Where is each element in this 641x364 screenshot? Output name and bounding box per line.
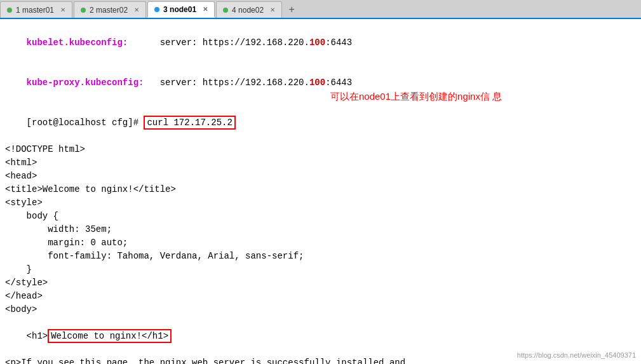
tab-close-1[interactable]: ✕ <box>60 6 65 13</box>
tab-master02[interactable]: 2 master02 ✕ <box>74 1 146 18</box>
terminal-line-13: } <box>5 263 636 276</box>
terminal-line-4: <!DOCTYPE html> <box>5 143 636 156</box>
terminal-line-15: </head> <box>5 290 636 303</box>
terminal-line-11: margin: 0 auto; <box>5 236 636 250</box>
tab-label-1: 1 master01 <box>16 6 54 15</box>
tab-label-2: 2 master02 <box>90 6 128 15</box>
tab-close-3[interactable]: ✕ <box>203 6 208 13</box>
tab-dot-3 <box>154 7 159 12</box>
tab-label-4: 4 node02 <box>232 6 264 15</box>
terminal-line-5: <html> <box>5 156 636 170</box>
tab-close-4[interactable]: ✕ <box>270 6 275 13</box>
terminal-line-14: </style> <box>5 276 636 290</box>
tab-bar: 1 master01 ✕ 2 master02 ✕ 3 node01 ✕ 4 n… <box>0 0 641 19</box>
annotation-text: 可以在node01上查看到创建的nginx信 息 <box>330 89 502 104</box>
terminal-content: kubelet.kubeconfig: server: https://192.… <box>0 19 641 364</box>
kube-proxy-label: kube-proxy.kubeconfig: <box>27 78 144 88</box>
terminal-line-1: kubelet.kubeconfig: server: https://192.… <box>5 23 636 63</box>
terminal-line-7: <title>Welcome to nginx!</title> <box>5 183 636 196</box>
kubelet-label: kubelet.kubeconfig: <box>27 37 128 48</box>
new-tab-button[interactable]: + <box>283 1 300 18</box>
terminal-line-12: font-family: Tahoma, Verdana, Arial, san… <box>5 250 636 263</box>
tab-dot-4 <box>223 8 228 13</box>
tab-dot-2 <box>81 8 86 13</box>
tab-node01[interactable]: 3 node01 ✕ <box>147 1 215 18</box>
terminal-line-8: <style> <box>5 196 636 210</box>
tab-node02[interactable]: 4 node02 ✕ <box>216 1 282 18</box>
terminal-line-10: width: 35em; <box>5 223 636 236</box>
terminal-line-9: body { <box>5 210 636 223</box>
tab-label-3: 3 node01 <box>163 5 196 14</box>
h1-highlight: Welcome to nginx!</h1> <box>48 329 172 343</box>
tab-master01[interactable]: 1 master01 ✕ <box>0 1 72 18</box>
terminal-line-2: kube-proxy.kubeconfig: server: https://1… <box>5 63 636 103</box>
terminal-line-3: [root@localhost cfg]# curl 172.17.25.2 <box>5 103 636 143</box>
terminal-line-6: <head> <box>5 170 636 183</box>
watermark: https://blog.csdn.net/weixin_45409371 <box>517 350 636 361</box>
tab-close-2[interactable]: ✕ <box>134 6 139 13</box>
curl-command-box: curl 172.17.25.2 <box>144 116 235 130</box>
terminal-line-16: <body> <box>5 303 636 316</box>
tab-dot-1 <box>7 8 12 13</box>
